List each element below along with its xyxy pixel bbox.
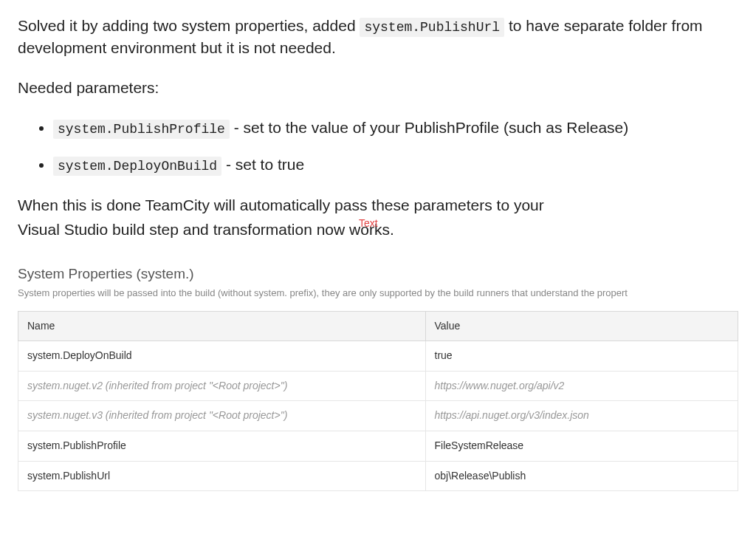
- code-publishprofile: system.PublishProfile: [53, 120, 230, 139]
- table-row: system.PublishUrl obj\Release\Publish: [18, 461, 738, 491]
- param-desc: - set to the value of your PublishProfil…: [234, 119, 629, 136]
- param-item: system.DeployOnBuild - set to true: [53, 153, 738, 177]
- intro-pre: Solved it by adding two system propertie…: [18, 17, 360, 34]
- system-properties-section: System Properties (system.) System prope…: [18, 264, 738, 491]
- needed-params-label: Needed parameters:: [18, 77, 738, 98]
- answer-intro: Solved it by adding two system propertie…: [18, 15, 738, 59]
- cell-name: system.DeployOnBuild: [18, 341, 426, 372]
- overlay-text-annotation: Text: [359, 216, 378, 231]
- table-row: system.DeployOnBuild true: [18, 341, 738, 372]
- cell-value: obj\Release\Publish: [425, 461, 738, 491]
- code-deployonbuild: system.DeployOnBuild: [53, 157, 221, 176]
- system-properties-table: Name Value system.DeployOnBuild true sys…: [18, 311, 738, 492]
- section-heading: System Properties (system.): [18, 264, 738, 284]
- cell-value: https://api.nuget.org/v3/index.json: [425, 401, 738, 431]
- answer-body: Solved it by adding two system propertie…: [18, 15, 738, 491]
- closing-line1: When this is done TeamCity will automati…: [18, 196, 544, 213]
- col-name-header: Name: [18, 311, 426, 341]
- closing-paragraph: When this is done TeamCity will automati…: [18, 194, 738, 216]
- cell-value: https://www.nuget.org/api/v2: [425, 371, 738, 401]
- closing-line2: Visual Studio build step and transformat…: [18, 221, 394, 238]
- params-list: system.PublishProfile - set to the value…: [18, 116, 738, 177]
- cell-name: system.PublishProfile: [18, 431, 426, 461]
- table-row: system.PublishProfile FileSystemRelease: [18, 431, 738, 461]
- table-row: system.nuget.v3 (inherited from project …: [18, 401, 738, 431]
- cell-name: system.PublishUrl: [18, 461, 426, 491]
- code-publishurl: system.PublishUrl: [360, 18, 504, 37]
- cell-name: system.nuget.v3 (inherited from project …: [18, 401, 426, 431]
- cell-value: FileSystemRelease: [425, 431, 738, 461]
- table-body: system.DeployOnBuild true system.nuget.v…: [18, 341, 738, 491]
- closing-line2-wrap: Visual Studio build step and transformat…: [18, 219, 738, 240]
- param-desc: - set to true: [226, 156, 304, 173]
- cell-value: true: [425, 341, 738, 372]
- col-value-header: Value: [425, 311, 738, 341]
- cell-name: system.nuget.v2 (inherited from project …: [18, 371, 426, 401]
- section-subtitle: System properties will be passed into th…: [18, 287, 738, 300]
- param-item: system.PublishProfile - set to the value…: [53, 116, 738, 140]
- table-row: system.nuget.v2 (inherited from project …: [18, 371, 738, 401]
